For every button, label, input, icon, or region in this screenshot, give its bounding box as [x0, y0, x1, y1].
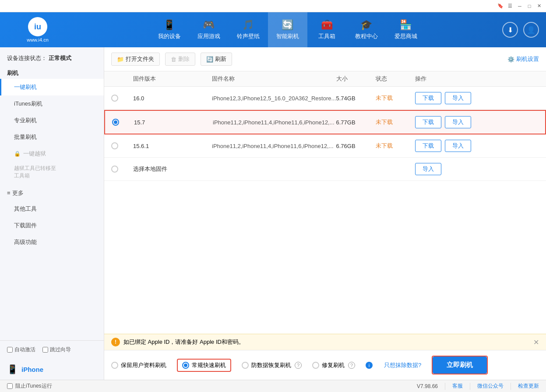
delete-btn[interactable]: 🗑 删除	[165, 53, 195, 66]
row3-import-btn[interactable]: 导入	[445, 140, 471, 152]
col-actions: 操作	[415, 75, 539, 83]
check-update-link[interactable]: 检查更新	[518, 382, 539, 390]
row2-status: 未下载	[376, 118, 415, 126]
radio-keep-data[interactable]	[111, 362, 118, 369]
table-row[interactable]: 16.0 iPhone12,3,iPhone12,5_16.0_20A362_R…	[104, 87, 546, 110]
nav-toolbox[interactable]: 🧰 工具箱	[307, 12, 347, 47]
sidebar-item-pro-flash[interactable]: 专业刷机	[0, 112, 104, 129]
row4-radio[interactable]	[111, 166, 133, 173]
content-toolbar: 📁 打开文件夹 🗑 删除 🔄 刷新 ⚙️ 刷机设置	[104, 47, 546, 71]
nav-smart-flash[interactable]: 🔄 智能刷机	[268, 12, 307, 47]
col-size: 大小	[336, 75, 376, 83]
radio-btn-16[interactable]	[111, 95, 118, 102]
nav-apps[interactable]: 🎮 应用游戏	[189, 12, 229, 47]
minimize-btn[interactable]: ─	[516, 3, 523, 10]
store-icon: 🏪	[400, 19, 412, 31]
sidebar-item-itunes-flash[interactable]: iTunes刷机	[0, 95, 104, 112]
flash-now-btn[interactable]: 立即刷机	[433, 357, 487, 374]
row1-version: 16.0	[133, 95, 212, 102]
option-keep-data[interactable]: 保留用户资料刷机	[111, 361, 166, 369]
row4-import-btn[interactable]: 导入	[415, 163, 441, 175]
col-select	[111, 75, 133, 83]
device-name: iPhone	[21, 366, 43, 373]
settings-btn[interactable]: ⚙️ 刷机设置	[507, 55, 539, 63]
nav-store[interactable]: 🏪 爱思商城	[386, 12, 426, 47]
sidebar-item-other-tools[interactable]: 其他工具	[0, 201, 104, 217]
sidebar-item-one-key-flash[interactable]: 一键刷机	[0, 79, 104, 95]
skip-wizard-checkbox[interactable]: 跳过向导	[42, 346, 71, 353]
nav-ringtones[interactable]: 🎵 铃声壁纸	[229, 12, 268, 47]
nav-my-device-label: 我的设备	[158, 32, 181, 40]
repair-help-icon[interactable]: ?	[348, 362, 355, 369]
gear-icon: ⚙️	[507, 56, 514, 63]
sidebar: 设备连接状态： 正常模式 刷机 一键刷机 iTunes刷机 专业刷机 批量刷机 …	[0, 47, 104, 380]
row1-size: 5.74GB	[336, 95, 376, 102]
table-row-selected[interactable]: 15.7 iPhone11,2,iPhone11,4,iPhone11,6,iP…	[104, 110, 546, 134]
nav-my-device[interactable]: 📱 我的设备	[150, 12, 189, 47]
skip-wizard-label: 跳过向导	[50, 346, 71, 353]
menu-icon[interactable]: ☰	[507, 3, 514, 10]
maximize-btn[interactable]: □	[526, 3, 533, 10]
row2-download-btn[interactable]: 下载	[415, 116, 441, 128]
nav-tutorials[interactable]: 🎓 教程中心	[347, 12, 386, 47]
row1-radio[interactable]	[111, 95, 133, 102]
anti-data-help-icon[interactable]: ?	[295, 362, 302, 369]
block-itunes-checkbox[interactable]	[7, 383, 13, 389]
row3-version: 15.6.1	[133, 143, 212, 149]
row2-import-btn[interactable]: 导入	[445, 116, 471, 128]
repair-label: 修复刷机	[322, 361, 345, 369]
option-anti-data[interactable]: 防数据恢复刷机 ?	[242, 361, 302, 369]
divider1	[445, 383, 445, 390]
option-quick-flash[interactable]: 常规快速刷机	[177, 359, 231, 372]
option-repair[interactable]: 修复刷机 ?	[312, 361, 355, 369]
table-row-local[interactable]: 选择本地固件 导入	[104, 158, 546, 181]
notification-close-btn[interactable]: ✕	[533, 338, 539, 346]
flash-section-title: 刷机	[0, 67, 104, 79]
radio-anti-data[interactable]	[242, 362, 249, 369]
customer-service-link[interactable]: 客服	[452, 382, 463, 390]
radio-btn-local[interactable]	[111, 166, 118, 173]
nav-store-label: 爱思商城	[395, 32, 417, 40]
bookmark-icon[interactable]: 🔖	[497, 3, 504, 10]
row1-import-btn[interactable]: 导入	[445, 92, 471, 104]
close-btn[interactable]: ✕	[535, 3, 542, 10]
row2-radio[interactable]	[112, 119, 134, 126]
wechat-label[interactable]: 微信公众号	[477, 382, 504, 390]
row3-download-btn[interactable]: 下载	[415, 140, 441, 152]
nav-apps-label: 应用游戏	[197, 32, 220, 40]
row3-name: iPhone11,2,iPhone11,4,iPhone11,6,iPhone1…	[212, 143, 336, 149]
row3-radio[interactable]	[111, 142, 133, 149]
auto-activate-input[interactable]	[7, 347, 13, 353]
sidebar-item-batch-flash[interactable]: 批量刷机	[0, 129, 104, 145]
row3-actions: 下载 导入	[415, 140, 539, 152]
sidebar-item-advanced[interactable]: 高级功能	[0, 234, 104, 251]
user-btn[interactable]: 👤	[523, 22, 539, 38]
table-row[interactable]: 15.6.1 iPhone11,2,iPhone11,4,iPhone11,6,…	[104, 134, 546, 158]
sidebar-item-pro-flash-label: 专业刷机	[14, 117, 37, 124]
radio-quick-flash[interactable]	[182, 362, 189, 369]
radio-repair[interactable]	[312, 362, 319, 369]
nav-smart-flash-label: 智能刷机	[276, 32, 299, 40]
sidebar-item-download-firmware[interactable]: 下载固件	[0, 217, 104, 234]
radio-btn-1561[interactable]	[111, 142, 118, 149]
sidebar-item-jailbreak[interactable]: 🔒 一键越狱	[0, 145, 104, 162]
nav-right: ⬇ 👤	[502, 22, 539, 38]
tutorials-icon: 🎓	[360, 19, 372, 31]
skip-wizard-input[interactable]	[42, 347, 48, 353]
open-folder-btn[interactable]: 📁 打开文件夹	[111, 53, 160, 66]
radio-btn-157[interactable]	[112, 119, 119, 126]
notification-bar: ! 如已绑定 Apple ID，请准备好 Apple ID和密码。 ✕	[104, 334, 546, 350]
row4-actions: 导入	[415, 163, 539, 175]
auto-activate-checkbox[interactable]: 自动激活	[7, 346, 35, 353]
erase-data-link[interactable]: 只想抹除数据?	[384, 361, 421, 369]
logo[interactable]: iu www.i4.cn	[7, 17, 68, 42]
row1-download-btn[interactable]: 下载	[415, 92, 441, 104]
download-btn[interactable]: ⬇	[502, 22, 518, 38]
flash-btn-wrapper: 立即刷机	[432, 356, 488, 374]
row4-version: 选择本地固件	[133, 165, 212, 173]
sidebar-more: ≡ 更多	[0, 186, 104, 201]
table-header: 固件版本 固件名称 大小 状态 操作	[104, 71, 546, 87]
row1-status: 未下载	[376, 94, 415, 102]
refresh-btn[interactable]: 🔄 刷新	[201, 53, 232, 66]
auto-activate-label: 自动激活	[14, 346, 35, 353]
